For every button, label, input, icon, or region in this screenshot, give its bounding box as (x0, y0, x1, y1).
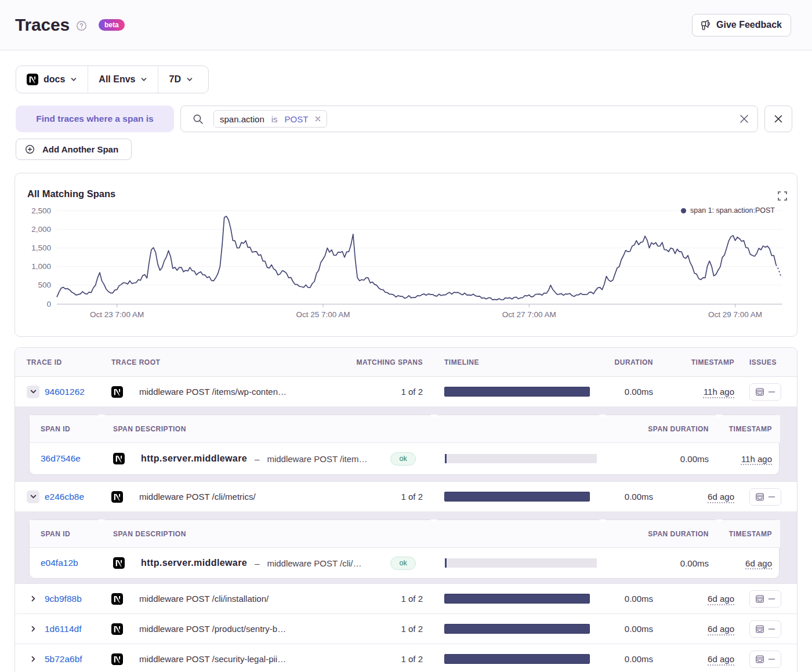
date-range-value: 7D (169, 74, 180, 85)
column-header-trace-id: TRACE ID (15, 348, 100, 377)
column-header-span-id: SPAN ID (30, 415, 100, 443)
chart-title: All Matching Spans (27, 188, 115, 199)
add-another-span-label: Add Another Span (42, 144, 118, 154)
filter-bar: docs All Envs 7D (16, 66, 209, 93)
timeline-bar[interactable] (444, 594, 590, 604)
column-header-span-timestamp: TIMESTAMP (718, 415, 780, 443)
collapse-trace-button[interactable] (27, 491, 39, 503)
environment-selector[interactable]: All Envs (88, 66, 158, 93)
issues-inbox-icon (755, 655, 764, 664)
column-header-duration: DURATION (601, 348, 662, 377)
column-header-span-timestamp: TIMESTAMP (718, 520, 780, 548)
issues-badge[interactable] (749, 590, 781, 608)
expand-trace-button[interactable] (27, 653, 39, 666)
date-range-selector[interactable]: 7D (158, 66, 203, 93)
span-timestamp-value[interactable]: 11h ago (741, 454, 772, 464)
trace-id-link[interactable]: 9cb9f88b (45, 594, 82, 604)
beta-badge: beta (99, 19, 125, 31)
issues-badge[interactable] (749, 651, 781, 668)
issues-badge[interactable] (749, 620, 781, 638)
environment-value: All Envs (99, 74, 135, 85)
timestamp-value[interactable]: 6d ago (708, 654, 734, 664)
span-id-link[interactable]: 36d7546e (41, 453, 81, 464)
issues-badge[interactable] (749, 383, 781, 401)
spans-line-chart: 05001,0001,5002,0002,500Oct 23 7:00 AMOc… (15, 173, 797, 336)
trace-id-link[interactable]: 5b72a6bf (45, 654, 82, 664)
expand-trace-button[interactable] (27, 623, 39, 635)
span-timestamp-value[interactable]: 6d ago (745, 558, 772, 568)
panel-notch (98, 520, 105, 523)
fullscreen-icon[interactable] (778, 191, 787, 201)
span-timeline[interactable] (445, 558, 597, 568)
span-id-link[interactable]: e04fa12b (41, 558, 78, 568)
expand-trace-button[interactable] (27, 593, 39, 605)
y-axis-tick-label: 500 (38, 281, 51, 289)
give-feedback-button[interactable]: Give Feedback (692, 14, 791, 37)
y-axis-tick-label: 1,000 (31, 262, 51, 271)
dash-separator: – (255, 558, 259, 568)
nextjs-project-icon (113, 557, 125, 569)
chevron-right-icon (30, 595, 37, 602)
legend-label: span 1: span.action:POST (690, 206, 775, 215)
span-status-badge: ok (390, 557, 415, 570)
issues-inbox-icon (755, 387, 764, 397)
close-icon (774, 114, 783, 123)
panel-notch (599, 415, 606, 418)
clear-search-icon[interactable] (739, 114, 749, 124)
chevron-right-icon (30, 625, 37, 633)
timeline-bar[interactable] (444, 654, 590, 664)
trace-id-link[interactable]: e246cb8e (45, 492, 84, 502)
panel-notch (716, 520, 723, 523)
duration-value: 0.00ms (625, 654, 653, 664)
issues-badge[interactable] (749, 488, 781, 506)
y-axis-tick-label: 2,500 (31, 206, 51, 215)
timeline-bar[interactable] (444, 492, 590, 502)
legend-dot (681, 208, 686, 213)
span-operation: http.server.middleware (141, 558, 247, 568)
timestamp-value[interactable]: 11h ago (704, 387, 734, 397)
project-selector[interactable]: docs (16, 66, 88, 93)
x-axis-tick-label: Oct 23 7:00 AM (90, 310, 144, 319)
nextjs-project-icon (111, 386, 123, 398)
token-remove-icon[interactable] (315, 116, 321, 122)
span-timeline[interactable] (445, 454, 597, 463)
issues-inbox-icon (755, 492, 764, 502)
column-header-timestamp: TIMESTAMP (662, 348, 746, 377)
x-axis-tick-label: Oct 27 7:00 AM (502, 310, 556, 319)
trace-id-link[interactable]: 94601262 (45, 387, 85, 397)
span-description: middleware POST /cli/… (267, 558, 387, 568)
spans-subtable: SPAN IDSPAN DESCRIPTIONSPAN DURATIONTIME… (29, 520, 780, 579)
trace-row-5b72a6bf: 5b72a6bfmiddleware POST /security-legal-… (15, 644, 797, 672)
timestamp-value[interactable]: 6d ago (708, 594, 734, 604)
chart-legend[interactable]: span 1: span.action:POST (681, 206, 775, 215)
trace-row-1d6114df: 1d6114dfmiddleware POST /product/sentry-… (15, 614, 797, 644)
span-search-bar[interactable]: span.action is POST (180, 106, 758, 132)
dash-separator: – (255, 454, 259, 464)
duration-value: 0.00ms (625, 624, 653, 634)
project-value: docs (44, 74, 65, 85)
span-operation: http.server.middleware (141, 453, 247, 464)
remove-span-query-button[interactable] (764, 106, 792, 132)
timestamp-value[interactable]: 6d ago (708, 624, 734, 634)
timeline-bar[interactable] (444, 387, 590, 397)
span-row-36d7546e: 36d7546ehttp.server.middleware–middlewar… (30, 443, 779, 474)
search-icon (193, 114, 204, 125)
nextjs-project-icon (111, 593, 123, 605)
timestamp-value[interactable]: 6d ago (708, 492, 734, 502)
collapse-trace-button[interactable] (27, 386, 39, 398)
filter-token[interactable]: span.action is POST (213, 110, 327, 128)
traces-table: TRACE IDTRACE ROOTMATCHING SPANSTIMELINE… (14, 347, 798, 672)
add-another-span-button[interactable]: Add Another Span (16, 139, 132, 160)
span-row-e04fa12b: e04fa12bhttp.server.middleware–middlewar… (30, 548, 779, 578)
panel-notch (430, 415, 437, 418)
expanded-spans-section: SPAN IDSPAN DESCRIPTIONSPAN DURATIONTIME… (15, 407, 797, 482)
duration-value: 0.00ms (625, 387, 653, 397)
y-axis-tick-label: 1,500 (31, 244, 51, 252)
trace-id-link[interactable]: 1d6114df (45, 624, 82, 634)
nextjs-project-icon (111, 491, 123, 503)
timeline-bar[interactable] (444, 624, 590, 634)
help-icon[interactable] (77, 21, 86, 31)
trace-root-text: middleware POST /cli/metrics/ (139, 492, 256, 502)
span-duration-value: 0.00ms (680, 454, 709, 464)
dash-icon (768, 655, 775, 664)
